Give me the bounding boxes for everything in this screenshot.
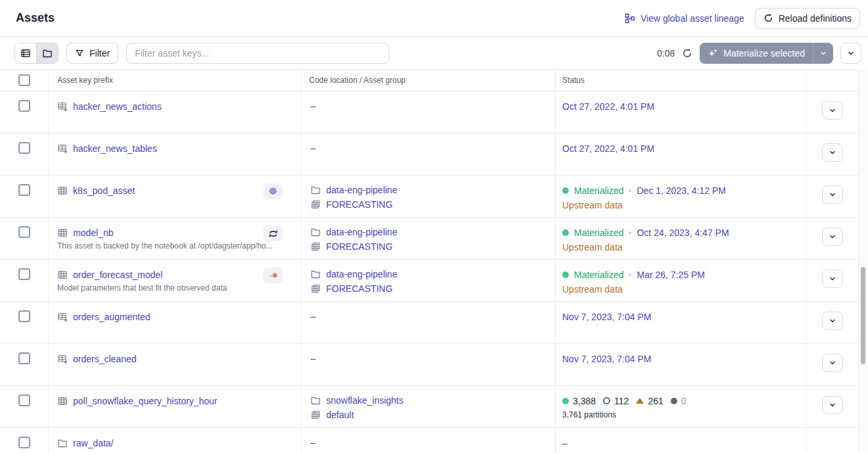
asset-key-cell: model_nbThis asset is backed by the note… [49,218,301,259]
row-expand-button[interactable] [822,227,843,246]
scrollbar-thumb[interactable] [861,267,865,364]
asset-key-link[interactable]: hacker_news_tables [73,143,157,154]
folder-view-button[interactable] [37,43,58,63]
materialize-selected-button[interactable]: Materialize selected [700,43,833,64]
asset-key-cell: order_forecast_modelModel parameters tha… [49,260,301,301]
more-actions-button[interactable] [840,43,861,64]
partition-count-value: 0 [681,396,687,406]
list-view-icon [20,48,31,59]
view-toggle [14,43,59,64]
asset-plus-icon [57,101,68,112]
partition-count-value: 261 [648,396,663,406]
row-checkbox[interactable] [18,100,30,112]
row-checkbox[interactable] [18,437,30,448]
code-location-cell: – [301,133,556,175]
code-location-link[interactable]: data-eng-pipeline [326,185,397,195]
table-row: model_nbThis asset is backed by the note… [0,218,859,260]
asset-key-cell: poll_snowflake_query_history_hour [49,386,301,427]
code-location-link[interactable]: data-eng-pipeline [326,227,397,237]
asset-key-cell: hacker_news_tables [49,133,301,175]
refresh-icon[interactable] [682,48,692,59]
compute-kind-badge: ☸ [263,183,283,199]
asset-plus-icon [57,354,68,364]
status-cell: Nov 7, 2023, 7:04 PM [556,344,807,385]
row-expand-button[interactable] [822,396,843,414]
chevron-down-icon [828,400,837,410]
view-global-asset-lineage-link[interactable]: View global asset lineage [624,12,744,24]
asset-key-link[interactable]: poll_snowflake_query_history_hour [73,396,217,406]
row-expand-button[interactable] [822,354,843,372]
status-cell: MaterializedMar 26, 7:25 PMUpstream data [556,260,807,301]
materialization-date-link[interactable]: Oct 24, 2023, 4:47 PM [637,227,729,238]
row-checkbox[interactable] [18,184,30,196]
row-checkbox[interactable] [18,394,30,406]
asset-key-link[interactable]: raw_data/ [73,438,113,448]
materialize-options-caret[interactable] [813,43,833,64]
code-location-folder-icon [310,269,321,279]
table-row: poll_snowflake_query_history_hoursnowfla… [0,386,859,428]
materialization-date-link[interactable]: Oct 27, 2022, 4:01 PM [562,101,654,112]
materialization-date-link[interactable]: Nov 7, 2023, 7:04 PM [562,312,651,322]
chevron-down-icon [828,274,837,283]
materialized-dot-icon [562,229,569,236]
row-checkbox[interactable] [18,226,30,238]
reload-definitions-button[interactable]: Reload definitions [755,8,860,29]
code-location-link[interactable]: snowflake_insights [326,395,404,406]
scrollbar-track [859,69,868,453]
asset-plus-icon [57,312,68,322]
partition-count: 261 [636,396,663,406]
row-expand-button[interactable] [822,101,843,120]
asset-key-link[interactable]: order_forecast_model [73,270,162,280]
asset-key-link[interactable]: hacker_news_actions [73,101,162,112]
code-location-cell: snowflake_insightsdefault [301,386,556,427]
materialization-date-link[interactable]: Nov 7, 2023, 7:04 PM [562,354,651,364]
asset-group-link[interactable]: FORECASTING [326,199,393,210]
status-cell: MaterializedOct 24, 2023, 4:47 PMUpstrea… [556,218,807,259]
filter-funnel-icon [75,49,84,58]
upstream-data-link[interactable]: Upstream data [562,284,623,295]
table-row: raw_data/–– [0,428,859,453]
asset-group-link[interactable]: FORECASTING [326,283,393,294]
folder-icon [57,438,68,448]
asset-group-link[interactable]: FORECASTING [326,241,393,252]
asset-key-link[interactable]: model_nb [73,227,114,238]
row-checkbox[interactable] [18,310,30,322]
asset-key-link[interactable]: k8s_pod_asset [73,185,135,196]
select-all-checkbox[interactable] [18,74,30,86]
materialization-date-link[interactable]: Mar 26, 7:25 PM [637,270,705,280]
row-expand-button[interactable] [822,270,843,288]
separator-dot-icon [629,189,631,192]
partition-count: 3,388 [562,396,596,406]
page-header: Assets View global asset lineage [0,0,868,37]
status-cell: Oct 27, 2022, 4:01 PM [556,133,807,175]
materialization-date-link[interactable]: Dec 1, 2023, 4:12 PM [637,185,725,196]
materialization-date-link[interactable]: Oct 27, 2022, 4:01 PM [562,143,654,154]
code-location-link[interactable]: data-eng-pipeline [326,269,397,279]
row-expand-button[interactable] [822,185,843,204]
separator-dot-icon [629,231,631,234]
filter-button[interactable]: Filter [66,43,118,64]
row-checkbox[interactable] [18,352,30,364]
status-cell: – [556,428,807,453]
asset-group-link[interactable]: default [326,410,354,420]
row-expand-button[interactable] [822,312,843,330]
row-checkbox[interactable] [18,268,30,280]
empty-value: – [310,311,316,322]
upstream-data-link[interactable]: Upstream data [562,242,623,252]
list-view-button[interactable] [15,43,37,63]
partition-count: 0 [671,396,687,406]
asset-group-icon [310,283,321,294]
asset-key-link[interactable]: orders_augmented [73,312,151,322]
column-header-status: Status [556,70,807,91]
row-expand-button[interactable] [822,143,843,162]
page-title: Assets [16,11,55,25]
asset-key-link[interactable]: orders_cleaned [73,354,137,364]
code-location-folder-icon [310,185,321,195]
row-checkbox[interactable] [18,142,30,154]
assets-table: Asset key prefix Code location / Asset g… [0,69,859,453]
asset-key-cell: hacker_news_actions [49,91,301,133]
table-row: order_forecast_modelModel parameters tha… [0,260,859,302]
filter-asset-keys-input[interactable] [126,43,389,64]
kubernetes-icon: ☸ [268,187,277,197]
upstream-data-link[interactable]: Upstream data [562,200,623,210]
